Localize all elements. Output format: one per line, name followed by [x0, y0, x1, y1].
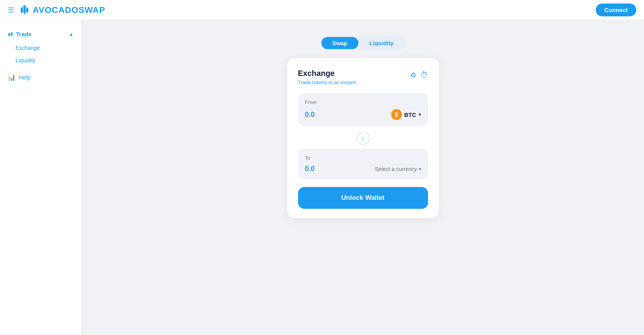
sidebar-help-label: Help [19, 74, 31, 81]
currency-chevron-icon: ▾ [419, 166, 421, 172]
token-name: BTC [404, 111, 416, 118]
logo-text: AVOCADOSWAP [33, 5, 105, 15]
hamburger-icon[interactable]: ☰ [8, 6, 14, 14]
chevron-up-icon: ▲ [69, 32, 74, 37]
main-content: Swap Liquidity Exchange Trade tokens in … [82, 20, 644, 335]
to-input-box: To 0.0 Select a currency ▾ [298, 149, 428, 179]
svg-point-0 [21, 7, 23, 13]
sidebar-item-help[interactable]: 📊 Help [0, 70, 81, 85]
sidebar-trade-section: ⇄ Trade ▲ Exchange Liquidity [0, 26, 81, 67]
currency-selector[interactable]: Select a currency ▾ [375, 166, 421, 172]
token-chevron-icon: ▾ [419, 112, 421, 117]
header: ☰ AVOCADOSWAP Connect [0, 0, 644, 20]
from-label: From [305, 99, 421, 105]
sidebar: ⇄ Trade ▲ Exchange Liquidity 📊 Help [0, 20, 82, 335]
svg-point-3 [23, 5, 26, 8]
swap-arrow-container: ↓ [298, 128, 428, 149]
bar-chart-icon: 📊 [8, 74, 16, 81]
card-header: Exchange Trade tokens in an instant ⚙ ⏱ [298, 69, 428, 85]
sidebar-item-exchange[interactable]: Exchange [0, 42, 81, 54]
logo-icon [19, 4, 30, 16]
swap-direction-button[interactable]: ↓ [356, 132, 370, 145]
connect-button[interactable]: Connect [596, 4, 636, 16]
liquidity-tab[interactable]: Liquidity [358, 37, 405, 49]
btc-token-selector[interactable]: ₿ BTC ▾ [391, 109, 421, 120]
to-label: To [305, 155, 421, 161]
from-value[interactable]: 0.0 [305, 111, 315, 119]
from-input-box: From 0.0 ₿ BTC ▾ [298, 93, 428, 126]
layout: ⇄ Trade ▲ Exchange Liquidity 📊 Help Swap… [0, 20, 644, 335]
select-currency-text: Select a currency [375, 166, 417, 172]
swap-tab[interactable]: Swap [321, 37, 358, 49]
history-icon[interactable]: ⏱ [420, 71, 428, 79]
exchange-card: Exchange Trade tokens in an instant ⚙ ⏱ … [287, 58, 439, 218]
header-left: ☰ AVOCADOSWAP [8, 4, 105, 16]
sidebar-item-liquidity[interactable]: Liquidity [0, 54, 81, 67]
card-title: Exchange [298, 69, 356, 78]
unlock-wallet-button[interactable]: Unlock Wallet [298, 187, 428, 209]
svg-point-2 [26, 7, 28, 13]
sidebar-item-trade[interactable]: ⇄ Trade ▲ [0, 26, 81, 42]
btc-icon: ₿ [391, 109, 402, 120]
trade-swap-icon: ⇄ [8, 30, 13, 38]
to-value[interactable]: 0.0 [305, 165, 315, 173]
logo: AVOCADOSWAP [19, 4, 105, 16]
settings-icon[interactable]: ⚙ [410, 71, 416, 79]
sidebar-trade-label: Trade [16, 31, 32, 37]
card-subtitle: Trade tokens in an instant [298, 79, 356, 85]
swap-liquidity-tabs: Swap Liquidity [320, 36, 406, 50]
